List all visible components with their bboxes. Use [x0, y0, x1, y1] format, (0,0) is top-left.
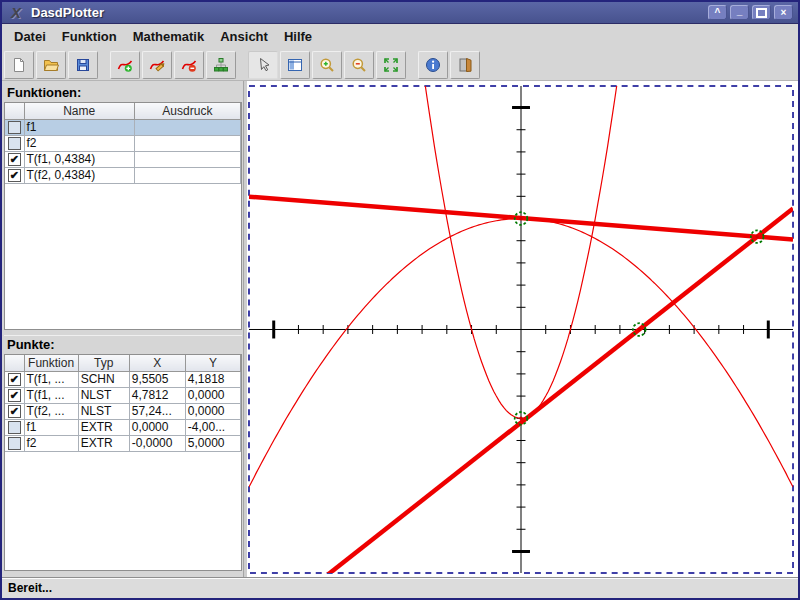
punkt-row[interactable]: f1EXTR0,0000-4,00...	[5, 420, 241, 436]
name-cell[interactable]: f1	[24, 120, 134, 136]
checkbox-checked[interactable]: ✔	[8, 373, 21, 386]
axes	[249, 86, 793, 573]
checkbox-checked[interactable]: ✔	[8, 389, 21, 402]
save-icon	[75, 57, 91, 73]
close-button[interactable]: ×	[774, 5, 793, 20]
column-header-y[interactable]: Y	[185, 355, 240, 372]
typ-cell[interactable]: SCHN	[78, 372, 129, 388]
y-cell[interactable]: 4,1818	[185, 372, 240, 388]
function-tree-button[interactable]	[206, 51, 236, 79]
name-cell[interactable]: T(f2, 0,4384)	[24, 168, 134, 184]
open-file-button[interactable]	[36, 51, 66, 79]
new-file-button[interactable]	[4, 51, 34, 79]
name-cell[interactable]: f2	[24, 136, 134, 152]
panel-view-button[interactable]	[280, 51, 310, 79]
x-cell[interactable]: 9,5505	[129, 372, 185, 388]
menubar: DateiFunktionMathematikAnsichtHilfe	[2, 24, 798, 49]
point-marker-dot	[519, 217, 522, 220]
edit-function-button[interactable]	[142, 51, 172, 79]
punkte-table: FunktionTypXY✔T(f1, ...SCHN9,55054,1818✔…	[5, 355, 241, 452]
column-header-visible	[5, 103, 24, 120]
menu-hilfe[interactable]: Hilfe	[276, 26, 320, 47]
typ-cell[interactable]: EXTR	[78, 436, 129, 452]
punkt-row[interactable]: ✔T(f1, ...NLST4,78120,0000	[5, 388, 241, 404]
y-cell[interactable]: 5,0000	[185, 436, 240, 452]
panel-view-icon	[287, 57, 303, 73]
column-header-typ[interactable]: Typ	[78, 355, 129, 372]
typ-cell[interactable]: EXTR	[78, 420, 129, 436]
open-folder-icon	[43, 57, 59, 73]
statusbar: Bereit...	[2, 577, 798, 598]
add-function-button[interactable]	[110, 51, 140, 79]
cursor-icon	[255, 57, 271, 73]
ausdruck-cell[interactable]	[134, 120, 240, 136]
maximize-button[interactable]	[752, 5, 771, 20]
ausdruck-cell[interactable]	[134, 152, 240, 168]
funktion-cell[interactable]: f2	[24, 436, 78, 452]
shade-button[interactable]: ^	[708, 5, 727, 20]
column-header-ausdruck[interactable]: Ausdruck	[134, 103, 240, 120]
x-cell[interactable]: 0,0000	[129, 420, 185, 436]
add-function-icon	[117, 57, 133, 73]
checkbox-unchecked[interactable]	[8, 137, 21, 150]
visibility-cell: ✔	[5, 152, 24, 168]
x-cell[interactable]: -0,0000	[129, 436, 185, 452]
name-cell[interactable]: T(f1, 0,4384)	[24, 152, 134, 168]
y-cell[interactable]: 0,0000	[185, 388, 240, 404]
save-file-button[interactable]	[68, 51, 98, 79]
point-marker-dot	[519, 417, 522, 420]
titlebar[interactable]: X DasdPlotter ^_×	[2, 2, 798, 24]
column-header-name[interactable]: Name	[24, 103, 134, 120]
y-cell[interactable]: 0,0000	[185, 404, 240, 420]
select-mode-button[interactable]	[248, 51, 278, 79]
checkbox-unchecked[interactable]	[8, 421, 21, 434]
punkt-row[interactable]: f2EXTR-0,00005,0000	[5, 436, 241, 452]
punkte-table-pane[interactable]: FunktionTypXY✔T(f1, ...SCHN9,55054,1818✔…	[4, 354, 242, 571]
funktionen-table: NameAusdruckf1f2✔T(f1, 0,4384)✔T(f2, 0,4…	[5, 103, 241, 184]
typ-cell[interactable]: NLST	[78, 404, 129, 420]
checkbox-unchecked[interactable]	[8, 121, 21, 134]
checkbox-checked[interactable]: ✔	[8, 153, 21, 166]
menu-datei[interactable]: Datei	[6, 26, 54, 47]
info-button[interactable]	[418, 51, 448, 79]
x-cell[interactable]: 57,24...	[129, 404, 185, 420]
maximize-icon	[756, 8, 767, 18]
checkbox-checked[interactable]: ✔	[8, 405, 21, 418]
checkbox-unchecked[interactable]	[8, 437, 21, 450]
visibility-cell: ✔	[5, 388, 24, 404]
zoom-out-button[interactable]	[344, 51, 374, 79]
funktion-row[interactable]: ✔T(f1, 0,4384)	[5, 152, 241, 168]
menu-funktion[interactable]: Funktion	[54, 26, 125, 47]
visibility-cell	[5, 120, 24, 136]
punkte-title: Punkte:	[4, 337, 242, 354]
minimize-button[interactable]: _	[730, 5, 749, 20]
column-header-funktion[interactable]: Funktion	[24, 355, 78, 372]
ausdruck-cell[interactable]	[134, 168, 240, 184]
funktionen-table-pane[interactable]: NameAusdruckf1f2✔T(f1, 0,4384)✔T(f2, 0,4…	[4, 102, 242, 330]
plot-canvas[interactable]	[247, 81, 798, 577]
delete-function-button[interactable]	[174, 51, 204, 79]
shade-icon: ^	[715, 8, 721, 18]
point-marker-dot	[755, 235, 758, 238]
exit-button[interactable]	[450, 51, 480, 79]
ausdruck-cell[interactable]	[134, 136, 240, 152]
column-header-x[interactable]: X	[129, 355, 185, 372]
punkt-row[interactable]: ✔T(f2, ...NLST57,24...0,0000	[5, 404, 241, 420]
checkbox-checked[interactable]: ✔	[8, 169, 21, 182]
funktion-cell[interactable]: T(f2, ...	[24, 404, 78, 420]
funktion-row[interactable]: f1	[5, 120, 241, 136]
funktion-cell[interactable]: T(f1, ...	[24, 388, 78, 404]
menu-ansicht[interactable]: Ansicht	[212, 26, 276, 47]
zoom-in-button[interactable]	[312, 51, 342, 79]
typ-cell[interactable]: NLST	[78, 388, 129, 404]
x-cell[interactable]: 4,7812	[129, 388, 185, 404]
y-cell[interactable]: -4,00...	[185, 420, 240, 436]
funktion-row[interactable]: ✔T(f2, 0,4384)	[5, 168, 241, 184]
funktion-cell[interactable]: T(f1, ...	[24, 372, 78, 388]
delete-function-icon	[181, 57, 197, 73]
punkt-row[interactable]: ✔T(f1, ...SCHN9,55054,1818	[5, 372, 241, 388]
fit-view-button[interactable]	[376, 51, 406, 79]
menu-mathematik[interactable]: Mathematik	[125, 26, 213, 47]
funktion-row[interactable]: f2	[5, 136, 241, 152]
funktion-cell[interactable]: f1	[24, 420, 78, 436]
